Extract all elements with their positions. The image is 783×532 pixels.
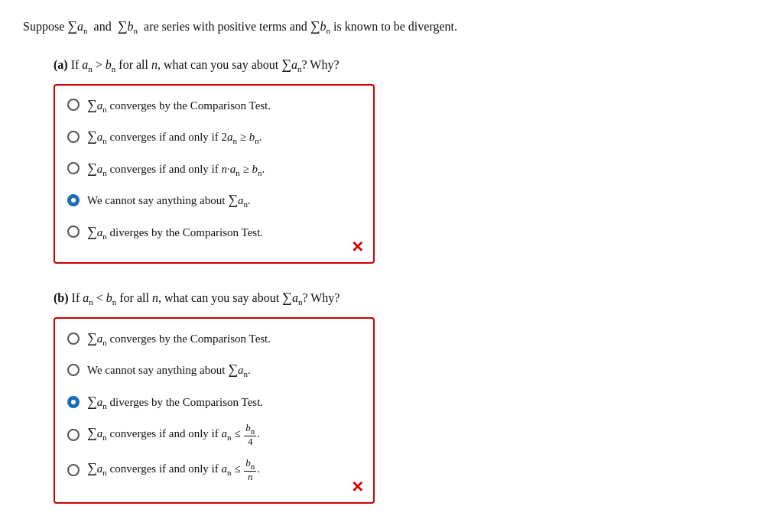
option-a3-row: ∑an converges if and only if n·an ≥ bn. [67, 158, 361, 180]
radio-b5[interactable] [67, 464, 80, 476]
radio-b1[interactable] [67, 332, 80, 345]
option-a1-text: ∑an converges by the Comparison Test. [87, 95, 271, 116]
option-b5-text: ∑an converges if and only if an ≤ bnn. [87, 458, 260, 482]
option-b4-text: ∑an converges if and only if an ≤ bn4. [87, 423, 260, 447]
part-b-block: (b) If an < bn for all n, what can you s… [54, 287, 760, 504]
radio-b3[interactable] [67, 396, 80, 408]
option-b3-row: ∑an diverges by the Comparison Test. [67, 391, 361, 413]
option-a1-row: ∑an converges by the Comparison Test. [67, 95, 361, 116]
and-text: and [94, 20, 112, 33]
option-a5-text: ∑an diverges by the Comparison Test. [87, 222, 263, 243]
option-b1-text: ∑an converges by the Comparison Test. [87, 328, 271, 349]
option-a2-text: ∑an converges if and only if 2an ≥ bn. [87, 126, 262, 148]
radio-a3[interactable] [67, 162, 80, 174]
part-b-options-box: ∑an converges by the Comparison Test. We… [54, 317, 375, 504]
option-a4-row: We cannot say anything about ∑an. [67, 190, 361, 211]
option-b2-text: We cannot say anything about ∑an. [87, 359, 251, 381]
radio-a4[interactable] [67, 194, 80, 206]
option-a2-row: ∑an converges if and only if 2an ≥ bn. [67, 126, 361, 148]
option-b3-text: ∑an diverges by the Comparison Test. [87, 391, 263, 413]
option-a5-row: ∑an diverges by the Comparison Test. [67, 222, 361, 243]
option-b2-row: We cannot say anything about ∑an. [67, 359, 361, 381]
option-b5-row: ∑an converges if and only if an ≤ bnn. [67, 458, 361, 482]
part-a-x-mark: ✕ [351, 238, 364, 256]
option-b4-row: ∑an converges if and only if an ≤ bn4. [67, 423, 361, 447]
radio-a5[interactable] [67, 225, 80, 238]
top-statement: Suppose ∑an and ∑bn are series with posi… [23, 15, 760, 38]
part-a-options-box: ∑an converges by the Comparison Test. ∑a… [54, 84, 375, 264]
option-a3-text: ∑an converges if and only if n·an ≥ bn. [87, 158, 265, 180]
radio-a2[interactable] [67, 131, 80, 143]
part-b-question: (b) If an < bn for all n, what can you s… [54, 287, 760, 310]
radio-a1[interactable] [67, 99, 80, 111]
part-a-block: (a) If an > bn for all n, what can you s… [54, 54, 760, 264]
radio-b2[interactable] [67, 364, 80, 376]
option-a4-text: We cannot say anything about ∑an. [87, 190, 251, 211]
part-b-x-mark: ✕ [351, 478, 364, 496]
option-b1-row: ∑an converges by the Comparison Test. [67, 328, 361, 349]
part-a-question: (a) If an > bn for all n, what can you s… [54, 54, 760, 76]
radio-b4[interactable] [67, 429, 80, 441]
